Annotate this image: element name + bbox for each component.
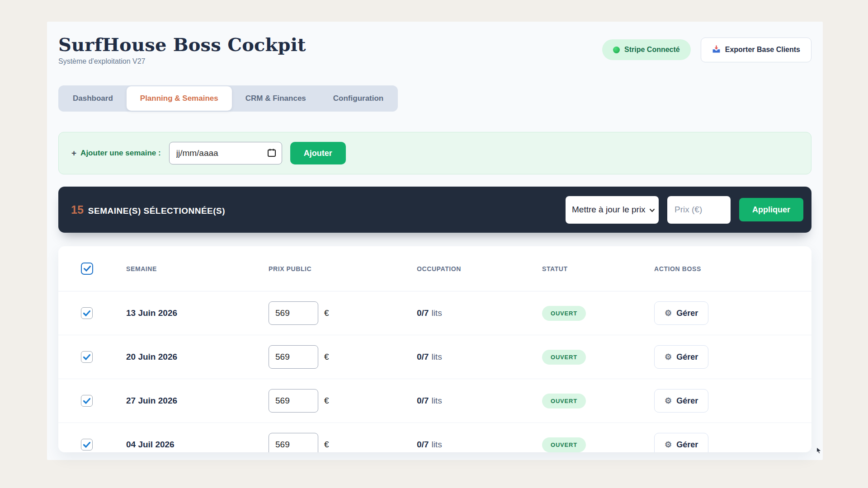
occupation-cell: 0/7lits — [417, 396, 542, 406]
currency-label: € — [324, 352, 329, 362]
page-title: SurfHouse Boss Cockpit — [58, 34, 306, 55]
occupation-unit: lits — [431, 440, 442, 449]
gear-icon: ⚙ — [665, 352, 672, 362]
tab-dashboard[interactable]: Dashboard — [59, 86, 127, 111]
price-input[interactable] — [269, 433, 318, 452]
table-header-row: SEMAINE PRIX PUBLIC OCCUPATION STATUT AC… — [58, 246, 811, 291]
col-header-occupation: OCCUPATION — [417, 265, 542, 272]
title-block: SurfHouse Boss Cockpit Système d'exploit… — [58, 34, 306, 66]
occupation-cell: 0/7lits — [417, 308, 542, 318]
header-actions: Stripe Connecté Exporter Base Clients — [602, 38, 811, 62]
date-field-wrap — [169, 142, 282, 164]
action-cell: ⚙ Gérer — [654, 433, 811, 452]
gear-icon: ⚙ — [665, 308, 672, 318]
apply-button[interactable]: Appliquer — [739, 198, 803, 221]
occupation-value: 0/7 — [417, 396, 429, 405]
stripe-status-label: Stripe Connecté — [624, 46, 680, 54]
manage-button[interactable]: ⚙ Gérer — [654, 345, 708, 369]
manage-label: Gérer — [676, 352, 698, 362]
select-all-checkbox[interactable] — [81, 263, 93, 275]
tab-bar: Dashboard Planning & Semaines CRM & Fina… — [58, 85, 398, 112]
occupation-value: 0/7 — [417, 352, 429, 361]
row-checkbox[interactable] — [81, 395, 93, 407]
status-badge: OUVERT — [542, 394, 586, 408]
col-header-statut: STATUT — [542, 265, 654, 272]
table-row: 27 Juin 2026 € 0/7lits OUVERT ⚙ Gérer — [58, 379, 811, 423]
week-label: 04 Juil 2026 — [126, 440, 269, 450]
occupation-value: 0/7 — [417, 440, 429, 449]
status-cell: OUVERT — [542, 350, 654, 365]
main-panel: SurfHouse Boss Cockpit Système d'exploit… — [47, 22, 823, 460]
header-checkbox-cell — [81, 263, 126, 275]
bulk-price-input[interactable] — [667, 196, 731, 224]
occupation-value: 0/7 — [417, 308, 429, 318]
col-header-action-boss: ACTION BOSS — [654, 265, 811, 272]
header: SurfHouse Boss Cockpit Système d'exploit… — [58, 34, 811, 66]
row-checkbox-cell — [81, 395, 126, 407]
occupation-cell: 0/7lits — [417, 440, 542, 450]
export-clients-button[interactable]: Exporter Base Clients — [701, 38, 811, 62]
status-cell: OUVERT — [542, 306, 654, 321]
action-cell: ⚙ Gérer — [654, 301, 811, 325]
row-checkbox[interactable] — [81, 439, 93, 450]
manage-label: Gérer — [676, 396, 698, 406]
manage-button[interactable]: ⚙ Gérer — [654, 301, 708, 325]
row-checkbox[interactable] — [81, 307, 93, 319]
row-checkbox-cell — [81, 351, 126, 363]
status-cell: OUVERT — [542, 394, 654, 408]
update-action-value: Mettre à jour le prix — [572, 205, 646, 215]
action-cell: ⚙ Gérer — [654, 345, 811, 369]
price-input[interactable] — [269, 301, 318, 325]
selection-count: 15 — [71, 203, 84, 216]
gear-icon: ⚙ — [665, 396, 672, 406]
row-checkbox[interactable] — [81, 351, 93, 363]
occupation-unit: lits — [431, 352, 442, 361]
add-week-button[interactable]: Ajouter — [290, 142, 346, 164]
chevron-down-icon — [649, 205, 655, 215]
status-badge: OUVERT — [542, 306, 586, 321]
col-header-prix-public: PRIX PUBLIC — [269, 265, 417, 272]
add-week-label: + Ajouter une semaine : — [71, 148, 161, 158]
action-cell: ⚙ Gérer — [654, 389, 811, 413]
table-row: 13 Juin 2026 € 0/7lits OUVERT ⚙ Gérer — [58, 291, 811, 335]
export-clients-label: Exporter Base Clients — [725, 46, 800, 54]
price-cell: € — [269, 345, 417, 369]
selection-bar: 15 SEMAINE(S) SÉLECTIONNÉE(S) Mettre à j… — [58, 187, 811, 233]
manage-button[interactable]: ⚙ Gérer — [654, 389, 708, 413]
price-cell: € — [269, 301, 417, 325]
table-body: 13 Juin 2026 € 0/7lits OUVERT ⚙ Gérer 20… — [58, 291, 811, 452]
table-row: 20 Juin 2026 € 0/7lits OUVERT ⚙ Gérer — [58, 335, 811, 379]
add-week-panel: + Ajouter une semaine : Ajouter — [58, 132, 811, 174]
week-label: 20 Juin 2026 — [126, 352, 269, 362]
price-cell: € — [269, 433, 417, 452]
green-dot-icon — [613, 47, 620, 53]
row-checkbox-cell — [81, 307, 126, 319]
manage-button[interactable]: ⚙ Gérer — [654, 433, 708, 452]
row-checkbox-cell — [81, 439, 126, 450]
bulk-actions: Mettre à jour le prix Appliquer — [566, 196, 803, 224]
tab-configuration[interactable]: Configuration — [320, 86, 397, 111]
gear-icon: ⚙ — [665, 440, 672, 450]
status-cell: OUVERT — [542, 437, 654, 452]
week-label: 27 Juin 2026 — [126, 396, 269, 406]
manage-label: Gérer — [676, 440, 698, 450]
inbox-tray-icon — [712, 45, 721, 55]
occupation-unit: lits — [431, 396, 442, 405]
currency-label: € — [324, 440, 329, 450]
update-action-select[interactable]: Mettre à jour le prix — [566, 196, 659, 224]
tab-planning-semaines[interactable]: Planning & Semaines — [127, 86, 232, 111]
occupation-unit: lits — [431, 308, 442, 318]
status-badge: OUVERT — [542, 350, 586, 365]
price-input[interactable] — [269, 345, 318, 369]
page-subtitle: Système d'exploitation V27 — [58, 57, 306, 66]
tab-crm-finances[interactable]: CRM & Finances — [232, 86, 320, 111]
week-label: 13 Juin 2026 — [126, 308, 269, 318]
status-badge: OUVERT — [542, 437, 586, 452]
week-date-input[interactable] — [169, 142, 282, 164]
selection-label: SEMAINE(S) SÉLECTIONNÉE(S) — [88, 206, 225, 216]
price-cell: € — [269, 389, 417, 413]
currency-label: € — [324, 396, 329, 406]
selection-summary: 15 SEMAINE(S) SÉLECTIONNÉE(S) — [71, 203, 225, 216]
price-input[interactable] — [269, 389, 318, 413]
stripe-status-badge: Stripe Connecté — [602, 39, 691, 60]
